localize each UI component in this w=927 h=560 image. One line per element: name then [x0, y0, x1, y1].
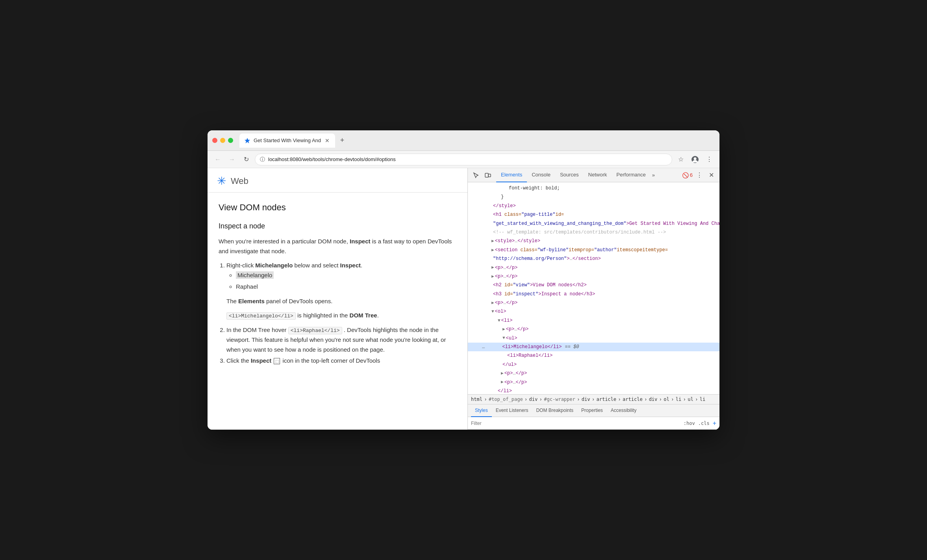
bc-ul[interactable]: ul — [688, 397, 693, 402]
highlighted-text: <li>Michelangelo</li> is highlighted in … — [226, 311, 456, 321]
maximize-traffic-light[interactable] — [228, 138, 233, 143]
url-bar[interactable]: ⓘ localhost:8080/web/tools/chrome-devtoo… — [255, 154, 672, 165]
tab-bar: Get Started With Viewing And ✕ + — [239, 134, 715, 148]
dom-line: ▼ <ul> — [468, 334, 719, 343]
dom-line: ▶ <p>…</p> — [468, 369, 719, 378]
tab-styles[interactable]: Styles — [471, 404, 492, 417]
devtools-menu-icon[interactable]: ⋮ — [694, 170, 705, 180]
dom-line: ▶ <p>…</p> — [468, 263, 719, 272]
bullet-list: Michelangelo Raphael — [236, 271, 456, 292]
active-tab[interactable]: Get Started With Viewing And ✕ — [239, 134, 335, 148]
tab-elements[interactable]: Elements — [496, 168, 527, 182]
tab-properties[interactable]: Properties — [577, 404, 607, 417]
tab-performance[interactable]: Performance — [612, 168, 650, 182]
elements-bold: Elements — [238, 298, 265, 304]
bc-div2[interactable]: div — [582, 397, 590, 402]
inspect-icon: ⬚ — [274, 358, 280, 364]
devtools-panel: Elements Console Sources Network Perform… — [467, 168, 719, 430]
minimize-traffic-light[interactable] — [220, 138, 225, 143]
domtree-bold: DOM Tree — [350, 312, 377, 319]
close-traffic-light[interactable] — [212, 138, 217, 143]
dom-line: ▶ <p>…</p> — [468, 299, 719, 307]
bc-div3[interactable]: div — [649, 397, 658, 402]
code2: <li>Raphael</li> — [288, 327, 342, 334]
profile-icon[interactable] — [690, 154, 701, 165]
page-header: ✳ Web — [208, 168, 467, 193]
filter-hint-hov[interactable]: :hov — [684, 421, 695, 426]
step3-text: Click the — [226, 357, 249, 364]
toggle-icon[interactable]: ▶ — [491, 247, 494, 254]
toggle-icon[interactable]: ▶ — [501, 378, 504, 386]
web-logo-icon: ✳ — [217, 174, 226, 187]
filter-add-button[interactable]: + — [713, 420, 716, 427]
forward-button[interactable]: → — [226, 154, 237, 165]
dom-line: "http://schema.org/Person">…</section> — [468, 254, 719, 263]
devtools-close-icon[interactable]: ✕ — [706, 170, 716, 180]
bottom-tabs: Styles Event Listeners DOM Breakpoints P… — [468, 404, 719, 417]
step1-text: Right-click — [226, 262, 254, 269]
tab-close-button[interactable]: ✕ — [324, 137, 330, 145]
tab-event-listeners[interactable]: Event Listeners — [492, 404, 532, 417]
toggle-icon[interactable]: ▶ — [502, 326, 505, 333]
dom-line: ▶ <section class="wf-byline" itemprop="a… — [468, 246, 719, 254]
toggle-icon[interactable]: ▶ — [491, 264, 494, 271]
toggle-icon[interactable]: ▶ — [491, 273, 494, 280]
dom-line: ▶ <style>…</style> — [468, 237, 719, 245]
title-bar: Get Started With Viewing And ✕ + — [208, 130, 719, 151]
dom-line: ▶ <p>…</p> — [468, 272, 719, 281]
toggle-icon[interactable]: ▶ — [501, 370, 504, 377]
bc-article2[interactable]: article — [623, 397, 643, 402]
toggle-icon[interactable]: ▶ — [491, 299, 494, 307]
bc-li1[interactable]: li — [676, 397, 681, 402]
filter-hint-cls[interactable]: .cls — [698, 421, 710, 426]
back-button[interactable]: ← — [212, 154, 223, 165]
bc-div1[interactable]: div — [529, 397, 538, 402]
inspect-bold: Inspect — [350, 238, 371, 245]
bc-article1[interactable]: article — [596, 397, 616, 402]
toggle-icon[interactable]: ▼ — [498, 317, 501, 325]
tab-console[interactable]: Console — [527, 168, 555, 182]
svg-rect-3 — [488, 174, 491, 177]
bc-top-of-page[interactable]: #top_of_page — [489, 397, 523, 402]
domtree-end: . — [377, 312, 379, 319]
new-tab-button[interactable]: + — [337, 135, 348, 146]
bookmark-icon[interactable]: ☆ — [675, 154, 686, 165]
dom-line: ▶ <p>…</p> — [468, 378, 719, 387]
bc-html[interactable]: html — [471, 397, 482, 402]
tab-dom-breakpoints[interactable]: DOM Breakpoints — [532, 404, 577, 417]
bc-li2[interactable]: li — [700, 397, 705, 402]
page-content: ✳ Web View DOM nodes Inspect a node When… — [208, 168, 467, 430]
dom-line: ▼ <ol> — [468, 307, 719, 316]
bc-gc-wrapper[interactable]: #gc-wrapper — [544, 397, 575, 402]
step3-bold: Inspect — [251, 357, 272, 364]
tab-network[interactable]: Network — [584, 168, 612, 182]
step-3: Click the Inspect ⬚ icon in the top-left… — [226, 356, 456, 366]
elements-panel-text: The Elements panel of DevTools opens. — [226, 297, 456, 306]
step1-end: . — [361, 262, 362, 269]
dom-line: <h2 id="view">View DOM nodes</h2> — [468, 281, 719, 289]
main-area: ✳ Web View DOM nodes Inspect a node When… — [208, 168, 719, 430]
device-toolbar-icon[interactable] — [483, 170, 493, 180]
code1: <li>Michelangelo</li> — [226, 312, 296, 320]
dom-line-michelangelo[interactable]: … <li>Michelangelo</li> == $0 — [468, 343, 719, 351]
bc-ol[interactable]: ol — [664, 397, 669, 402]
tab-accessibility[interactable]: Accessibility — [607, 404, 640, 417]
inspect-element-icon[interactable] — [471, 170, 481, 180]
step1-bold2: Inspect — [340, 262, 361, 269]
sub-heading: Inspect a node — [219, 221, 456, 232]
menu-icon[interactable]: ⋮ — [704, 154, 715, 165]
step1-text2: below and select — [295, 262, 339, 269]
dom-line: </style> — [468, 202, 719, 210]
toggle-icon[interactable]: ▼ — [491, 308, 494, 315]
filter-bar: :hov .cls + — [468, 417, 719, 430]
filter-input[interactable] — [471, 421, 680, 426]
tab-sources[interactable]: Sources — [555, 168, 584, 182]
more-tabs-icon[interactable]: » — [652, 172, 655, 178]
toggle-icon[interactable]: ▼ — [502, 334, 505, 342]
step1-bold: Michelangelo — [255, 262, 293, 269]
dom-line: ▶ <p>…</p> — [468, 325, 719, 334]
intro-paragraph: When you're interested in a particular D… — [219, 237, 456, 256]
lock-icon: ⓘ — [260, 156, 265, 163]
reload-button[interactable]: ↻ — [241, 154, 252, 165]
toggle-icon[interactable]: ▶ — [491, 237, 494, 245]
